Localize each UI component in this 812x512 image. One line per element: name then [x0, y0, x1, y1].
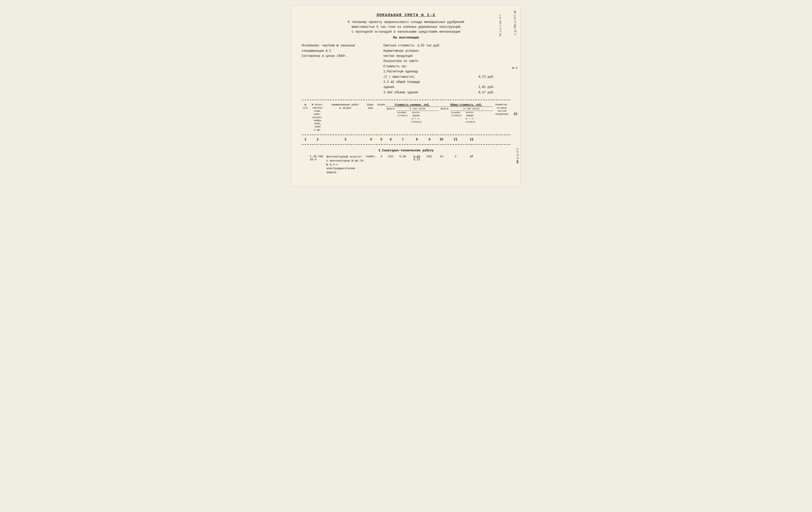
section-header-text: I.Санитарно-технические работы	[378, 149, 433, 153]
main1-val2: 0,2I	[410, 158, 424, 161]
num-33-text: 33	[514, 112, 517, 116]
main1-val: 0,69	[410, 155, 424, 158]
col-h-incl2-group: в том числе основн. з/плата экспл. машин…	[450, 107, 493, 124]
cost-line: Сметная стоимость 3,63 тыс.руб.	[383, 43, 510, 48]
cost2-label: 2.I м2 общей площади	[383, 80, 510, 85]
cost3-line: 3.Iм3 объема здания 0,17 руб.	[383, 90, 510, 95]
subtitle: К типовому проекту прирельсового склада …	[302, 20, 510, 34]
col-n-2: 2	[310, 138, 326, 141]
col-h-norm: № укруп. сметных норм, един. расцен. шиф…	[310, 103, 326, 132]
right-a7-label: А-7	[512, 66, 517, 70]
cost-value: 3,63 тыс.руб.	[417, 43, 441, 48]
a7-text: А-7	[512, 66, 517, 70]
cost-on: Стоимость на:	[383, 64, 510, 69]
dashed-line-2	[302, 135, 510, 135]
row-col-desc: Вентиляторный агрегат с вентилятором В-Ц…	[326, 155, 365, 174]
col-h-total-cost-group: Общая стоимость, руб. Всего в том числе …	[440, 103, 493, 132]
col-n-5: 5	[378, 138, 385, 141]
col-h-name: Наименование работ и затрат	[326, 103, 365, 132]
row-col-main2: 24	[435, 155, 448, 158]
cost3-label: 3.Iм3 объема здания	[383, 90, 418, 95]
col-h-expl2: экспл. машин в т.ч. з/плата	[463, 111, 477, 124]
row-col-norm2: 27	[463, 155, 480, 158]
right-33-label: 33	[514, 112, 517, 116]
unit-cost-sub: Всего в том числе основн. з/плата экспл.…	[386, 107, 439, 124]
col-n-8: 8	[410, 138, 424, 141]
sub-heading: На вентиляцию	[302, 36, 510, 39]
unit-cost-group-label: Стоимость единицы, руб.	[386, 103, 439, 107]
cost2-value: 1,91 руб.	[478, 85, 495, 90]
page-title: ЛОКАЛЬНАЯ СМЕТА № I-2	[302, 13, 510, 17]
col-n-11: II	[448, 138, 463, 141]
col-h-norm2: Норматив. условно чистой продукции	[494, 103, 510, 132]
table-row: I.20-708 20-3 Вентиляторный агрегат с ве…	[302, 154, 510, 176]
col-n-1: I	[302, 138, 309, 141]
row-col-expl2: 3	[448, 155, 463, 158]
col-n-12: I2	[463, 138, 480, 141]
dashed-line-1	[302, 100, 510, 100]
col-h-main1: основн. з/плата	[396, 111, 409, 124]
col-n-3: 3	[326, 138, 365, 141]
info-left-line2: Составлена в ценах 1984г.	[302, 54, 373, 59]
cost1-value: 0,73 руб.	[478, 74, 495, 80]
col-h-expl1: экспл. машин в т.ч. з/плата	[409, 111, 424, 124]
col-number-row: I 2 3 4 5 6 7 8 9 IO II I2	[302, 137, 510, 142]
col-n-9: 9	[425, 138, 434, 141]
right-vertical-label: 1-д.705-1-177.85	[513, 10, 517, 35]
right-stamp: ЕМ-1-1-7-7	[516, 148, 519, 163]
col-h-main2: основн. з/плата	[450, 111, 463, 124]
row-col-qty: 4	[378, 155, 385, 158]
col-n-7: 7	[397, 138, 409, 141]
cost1-sub: (I т вместимости)	[383, 74, 414, 80]
main-page: 1-д.705-1-177.85 1-д.705-1-177.85 А-7 33…	[292, 5, 521, 187]
norm-code2: 20-3	[310, 158, 326, 161]
cost3-value: 0,17 руб.	[478, 90, 495, 95]
cost-label: Сметная стоимость	[383, 43, 414, 48]
col-h-total2: Всего	[440, 107, 450, 124]
row-col-v6: 233	[386, 155, 396, 158]
cost2-line: здания 1,91 руб.	[383, 85, 510, 90]
cost1-label: 1.Расчетную единицу	[383, 69, 510, 74]
info-left-line1: Основание: чертежи № заказные спецификац…	[302, 43, 373, 54]
norm-code1: I.20-708	[310, 155, 326, 158]
row-col-v7: 5,98	[397, 155, 409, 158]
total-cost-sub: Всего в том числе основн. з/плата экспл.…	[440, 107, 493, 124]
col-h-unit: Един. изм.	[366, 103, 377, 132]
cost1-line: (I т вместимости) 0,73 руб.	[383, 74, 510, 80]
row-col-unit: компл.	[366, 155, 377, 158]
row-col-norm: I.20-708 20-3	[310, 155, 326, 161]
col-header-row: № п/п № укруп. сметных норм, един. расце…	[302, 102, 510, 133]
subtitle-line2: вместимостью 5 тыс.тонн из клееных дерев…	[302, 25, 510, 30]
cost2-sub: здания	[383, 85, 395, 90]
dashed-line-3	[302, 144, 510, 145]
doc-number: 1-д.705-1-177.85	[514, 10, 517, 35]
col-n-6: 6	[386, 138, 396, 141]
right-side-text1: 1-д.705-1-177.85	[498, 14, 501, 47]
section-header-row: I.Санитарно-технические работы	[302, 147, 510, 154]
col-h-qty: Колич.	[378, 103, 385, 132]
info-section: Основание: чертежи № заказные спецификац…	[302, 43, 510, 95]
col-h-total1: Всего	[386, 107, 396, 124]
info-left: Основание: чертежи № заказные спецификац…	[302, 43, 373, 95]
col-h-num: № п/п	[302, 103, 309, 132]
row-col-total: 932	[425, 155, 434, 158]
subtitle-line1: К типовому проекту прирельсового склада …	[302, 20, 510, 25]
norm-label: Нормативная условно-	[383, 48, 510, 54]
total-cost-group-label: Общая стоимость, руб.	[440, 103, 493, 107]
row-col-main1: 0,69 0,2I	[410, 155, 424, 161]
info-right: Сметная стоимость 3,63 тыс.руб. Норматив…	[383, 43, 510, 95]
col-h-unit-cost-group: Стоимость единицы, руб. Всего в том числ…	[386, 103, 439, 132]
col-h-incl1-group: в том числе основн. з/плата экспл. машин…	[396, 107, 439, 124]
col-n-4: 4	[366, 138, 377, 141]
show-label: Показатели по смете	[383, 59, 510, 64]
col-n-10: IO	[435, 138, 448, 141]
subtitle-line3: с проходной эстакадой и напольными средс…	[302, 30, 510, 34]
title-text: ЛОКАЛЬНАЯ СМЕТА № I-2	[377, 13, 435, 17]
table-container: № п/п № укруп. сметных норм, един. расце…	[302, 102, 510, 176]
norm-label2: чистая продукция	[383, 54, 510, 59]
